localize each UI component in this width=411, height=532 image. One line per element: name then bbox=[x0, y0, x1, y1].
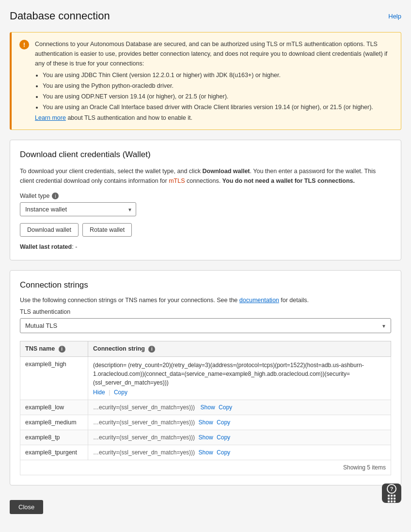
show-link-2[interactable]: Show bbox=[199, 419, 213, 426]
tns-name-cell: example8_tpurgent bbox=[20, 445, 88, 460]
copy-link-0[interactable]: Copy bbox=[114, 389, 127, 396]
wallet-card: Download client credentials (Wallet) To … bbox=[10, 140, 401, 260]
col-tns-name: TNS name i bbox=[20, 341, 88, 357]
conn-short-text: …ecurity=(ssl_server_dn_match=yes))) bbox=[93, 404, 195, 411]
warning-item-2: You are using the Python python-oracledb… bbox=[43, 81, 393, 91]
page-header: Database connection Help bbox=[10, 10, 401, 22]
warning-text: Connections to your Autonomous Database … bbox=[35, 39, 393, 123]
warning-intro: Connections to your Autonomous Database … bbox=[35, 41, 387, 67]
show-link-3[interactable]: Show bbox=[199, 434, 213, 441]
conn-string-cell: …ecurity=(ssl_server_dn_match=yes))) Sho… bbox=[88, 400, 391, 415]
col-conn-string: Connection string i bbox=[88, 341, 391, 357]
wallet-type-select-wrapper: Instance wallet Regional wallet ▼ bbox=[20, 202, 136, 216]
grid-dots-icon bbox=[388, 495, 395, 502]
warning-banner: ! Connections to your Autonomous Databas… bbox=[10, 32, 401, 130]
connection-strings-card: Connection strings Use the following con… bbox=[10, 270, 401, 485]
wallet-card-title: Download client credentials (Wallet) bbox=[20, 150, 391, 160]
table-row: example8_tpurgent …ecurity=(ssl_server_d… bbox=[20, 445, 391, 460]
wallet-btn-group: Download wallet Rotate wallet bbox=[20, 223, 391, 237]
conn-string-cell: (description= (retry_count=20)(retry_del… bbox=[88, 356, 391, 400]
connection-strings-table: TNS name i Connection string i example8_… bbox=[20, 341, 391, 460]
tns-info-icon[interactable]: i bbox=[59, 346, 65, 353]
wallet-rotated-info: Wallet last rotated: - bbox=[20, 243, 391, 250]
tls-auth-label: TLS authentication bbox=[20, 308, 391, 315]
table-footer: Showing 5 items bbox=[20, 460, 391, 475]
table-row: example8_high (description= (retry_count… bbox=[20, 356, 391, 400]
table-row: example8_low …ecurity=(ssl_server_dn_mat… bbox=[20, 400, 391, 415]
warning-item-3: You are using ODP.NET version 19.14 (or … bbox=[43, 92, 393, 101]
tns-name-cell: example8_low bbox=[20, 400, 88, 415]
tns-name-cell: example8_medium bbox=[20, 415, 88, 430]
warning-item-1: You are using JDBC Thin Client (version … bbox=[43, 70, 393, 80]
tns-name-cell: example8_high bbox=[20, 356, 88, 400]
conn-short-text: …ecurity=(ssl_server_dn_match=yes))) bbox=[93, 434, 195, 441]
connection-strings-description: Use the following connection strings or … bbox=[20, 297, 391, 304]
copy-link-2[interactable]: Copy bbox=[217, 419, 230, 426]
copy-link-1[interactable]: Copy bbox=[219, 404, 232, 411]
conn-string-cell: …ecurity=(ssl_server_dn_match=yes))) Sho… bbox=[88, 445, 391, 460]
download-wallet-button[interactable]: Download wallet bbox=[20, 223, 79, 237]
help-float-button[interactable]: ? bbox=[382, 484, 401, 503]
close-button[interactable]: Close bbox=[10, 500, 43, 514]
warning-icon: ! bbox=[19, 40, 29, 49]
warning-learn-more: Learn more about TLS authentication and … bbox=[35, 114, 192, 121]
warning-list: You are using JDBC Thin Client (version … bbox=[43, 70, 393, 112]
conn-string-cell: …ecurity=(ssl_server_dn_match=yes))) Sho… bbox=[88, 430, 391, 445]
learn-more-link[interactable]: Learn more bbox=[35, 114, 66, 121]
tls-auth-select[interactable]: Mutual TLS TLS bbox=[20, 318, 391, 333]
page-title: Database connection bbox=[10, 10, 110, 22]
table-row: example8_medium …ecurity=(ssl_server_dn_… bbox=[20, 415, 391, 430]
conn-string-cell: …ecurity=(ssl_server_dn_match=yes))) Sho… bbox=[88, 415, 391, 430]
conn-info-icon[interactable]: i bbox=[148, 346, 155, 353]
wallet-card-description: To download your client credentials, sel… bbox=[20, 166, 391, 186]
wallet-type-info-icon[interactable]: i bbox=[52, 193, 59, 199]
hide-link-0[interactable]: Hide bbox=[93, 389, 105, 396]
conn-short-text: …ecurity=(ssl_server_dn_match=yes))) bbox=[93, 419, 195, 426]
show-link-1[interactable]: Show bbox=[201, 404, 215, 411]
wallet-type-select[interactable]: Instance wallet Regional wallet bbox=[20, 202, 136, 216]
conn-full-text: (description= (retry_count=20)(retry_del… bbox=[93, 361, 386, 387]
connection-strings-title: Connection strings bbox=[20, 280, 391, 290]
warning-item-4: You are using an Oracle Call Interface b… bbox=[43, 102, 393, 112]
documentation-link[interactable]: documentation bbox=[239, 297, 279, 304]
wallet-type-label: Wallet type i bbox=[20, 193, 391, 199]
tns-name-cell: example8_tp bbox=[20, 430, 88, 445]
copy-link-3[interactable]: Copy bbox=[217, 434, 230, 441]
table-row: example8_tp …ecurity=(ssl_server_dn_matc… bbox=[20, 430, 391, 445]
show-link-4[interactable]: Show bbox=[199, 449, 213, 456]
help-circle-icon: ? bbox=[387, 484, 396, 494]
help-link[interactable]: Help bbox=[388, 13, 401, 20]
conn-short-text: …ecurity=(ssl_server_dn_match=yes))) bbox=[93, 449, 195, 456]
tls-select-wrapper: Mutual TLS TLS ▼ bbox=[20, 318, 391, 333]
rotate-wallet-button[interactable]: Rotate wallet bbox=[82, 223, 132, 237]
copy-link-4[interactable]: Copy bbox=[217, 449, 230, 456]
